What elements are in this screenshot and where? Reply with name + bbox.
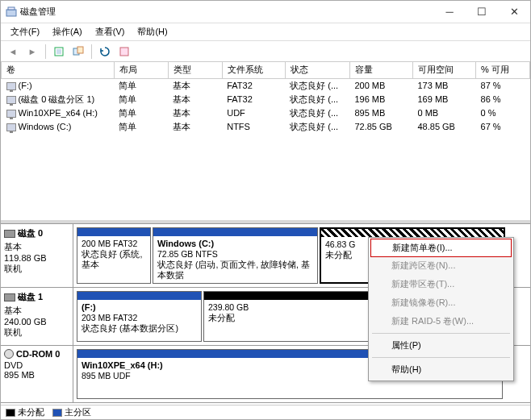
disk-icon — [4, 293, 15, 301]
ctx-item[interactable]: 新建简单卷(I)... — [370, 239, 512, 257]
svg-rect-0 — [6, 10, 16, 16]
ctx-item: 新建跨区卷(N)... — [369, 256, 513, 275]
toolbar-btn-2[interactable] — [69, 44, 87, 60]
refresh-button[interactable] — [96, 44, 114, 60]
col-header[interactable]: 可用空间 — [412, 62, 475, 78]
disk-icon — [4, 230, 15, 238]
ctx-item: 新建带区卷(T)... — [369, 275, 513, 293]
maximize-button[interactable]: ☐ — [466, 1, 498, 23]
col-header[interactable]: 卷 — [2, 62, 115, 78]
disk-info[interactable]: 磁盘 1基本240.00 GB联机 — [1, 288, 73, 345]
toolbar: ◄ ► — [1, 41, 530, 62]
back-button: ◄ — [4, 44, 22, 60]
partition[interactable]: Windows (C:)72.85 GB NTFS状态良好 (启动, 页面文件,… — [153, 227, 318, 284]
disk-info[interactable]: CD-ROM 0DVD895 MB — [1, 346, 73, 402]
col-header[interactable]: 布局 — [114, 62, 168, 78]
context-menu[interactable]: 新建简单卷(I)...新建跨区卷(N)...新建带区卷(T)...新建镜像卷(R… — [368, 237, 514, 381]
disk-mgmt-window: 磁盘管理 ─ ☐ ✕ 文件(F)操作(A)查看(V)帮助(H) ◄ ► 卷布局类… — [0, 0, 531, 420]
col-header[interactable]: 类型 — [168, 62, 222, 78]
legend: 未分配主分区 — [1, 405, 530, 419]
table-row[interactable]: Windows (C:)简单基本NTFS状态良好 (...72.85 GB48.… — [2, 120, 530, 134]
disk-graphic-pane: 磁盘 0基本119.88 GB联机200 MB FAT32状态良好 (系统, 基… — [1, 223, 530, 405]
table-row[interactable]: (F:)简单基本FAT32状态良好 (...200 MB173 MB87 % — [2, 78, 530, 93]
ctx-item: 新建 RAID-5 卷(W)... — [369, 312, 513, 331]
toolbar-btn-4[interactable] — [115, 44, 133, 60]
svg-rect-5 — [77, 47, 83, 53]
legend-item: 未分配 — [6, 406, 44, 418]
menu-0[interactable]: 文件(F) — [4, 24, 46, 40]
legend-item: 主分区 — [52, 406, 91, 418]
disk-info[interactable]: 磁盘 0基本119.88 GB联机 — [1, 224, 73, 287]
toolbar-btn-1[interactable] — [50, 44, 68, 60]
svg-rect-3 — [56, 49, 61, 54]
cd-icon — [4, 349, 14, 359]
col-header[interactable]: 文件系统 — [222, 62, 285, 78]
window-title: 磁盘管理 — [20, 6, 433, 18]
partition[interactable]: (F:)203 MB FAT32状态良好 (基本数据分区) — [77, 291, 202, 342]
col-header[interactable]: 容量 — [349, 62, 412, 78]
menubar: 文件(F)操作(A)查看(V)帮助(H) — [1, 23, 530, 41]
forward-button: ► — [23, 44, 41, 60]
close-button[interactable]: ✕ — [498, 1, 530, 23]
minimize-button[interactable]: ─ — [433, 1, 466, 23]
menu-1[interactable]: 操作(A) — [46, 24, 89, 40]
titlebar: 磁盘管理 ─ ☐ ✕ — [1, 1, 530, 23]
app-icon — [6, 6, 17, 18]
menu-2[interactable]: 查看(V) — [89, 24, 132, 40]
ctx-item[interactable]: 帮助(H) — [369, 360, 513, 379]
partition[interactable]: 200 MB FAT32状态良好 (系统, 基本 — [77, 227, 151, 284]
svg-rect-1 — [8, 7, 15, 10]
col-header[interactable]: 状态 — [285, 62, 349, 78]
table-row[interactable]: Win10XPE_x64 (H:)简单基本UDF状态良好 (...895 MB0… — [2, 106, 530, 120]
table-row[interactable]: (磁盘 0 磁盘分区 1)简单基本FAT32状态良好 (...196 MB169… — [2, 93, 530, 106]
col-header[interactable]: % 可用 — [476, 62, 530, 78]
ctx-item: 新建镜像卷(R)... — [369, 293, 513, 312]
ctx-item[interactable]: 属性(P) — [369, 336, 513, 355]
volume-list[interactable]: 卷布局类型文件系统状态容量可用空间% 可用 (F:)简单基本FAT32状态良好 … — [1, 62, 530, 223]
svg-rect-6 — [120, 48, 128, 56]
menu-3[interactable]: 帮助(H) — [131, 24, 174, 40]
